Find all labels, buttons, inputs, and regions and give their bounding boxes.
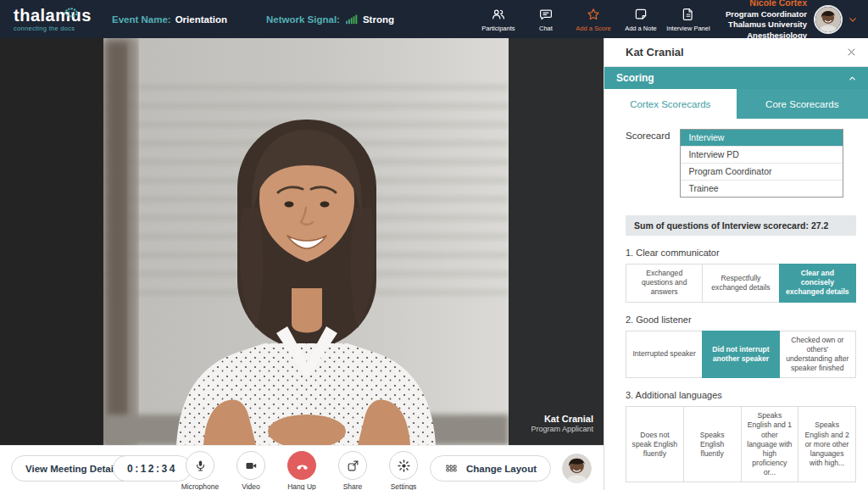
star-icon [586, 7, 601, 22]
thalamus-logo: thalamus connecting the docs [8, 7, 100, 32]
change-layout-label: Change Layout [466, 464, 537, 474]
share-button[interactable]: Share [328, 451, 377, 490]
network-signal-label: Network Signal: [266, 14, 340, 25]
change-layout-button[interactable]: Change Layout [430, 455, 551, 482]
event-name-label: Event Name: [112, 14, 171, 25]
participant-name-label: Kat Cranial Program Applicant [531, 413, 593, 435]
question-options-row: Interrupted speakerDid not interrupt ano… [626, 331, 856, 379]
microphone-button[interactable]: Microphone [175, 451, 225, 490]
layout-grid-icon [444, 461, 459, 476]
answer-option[interactable]: Exchanged questions and answers [626, 264, 703, 303]
answer-option[interactable]: Checked own or others' understanding aft… [779, 331, 856, 379]
user-name: Nicole Cortex [726, 0, 807, 9]
event-name-value: Orientation [175, 14, 227, 25]
answer-option[interactable]: Clear and concisely exchanged details [779, 264, 856, 303]
microphone-icon [186, 451, 214, 480]
chevron-up-icon [847, 73, 858, 84]
answer-option[interactable]: Does not speak English fluently [626, 406, 684, 482]
settings-button[interactable]: Settings [379, 451, 428, 490]
user-avatar[interactable] [814, 5, 843, 34]
scorecard-option-trainee[interactable]: Trainee [681, 181, 843, 197]
view-meeting-details-label: View Meeting Details [25, 464, 122, 474]
topbar-action-label: Chat [539, 25, 553, 32]
self-avatar[interactable] [562, 454, 592, 483]
answer-option[interactable]: Speaks English and 2 or more other langu… [798, 406, 856, 482]
note-icon [633, 7, 648, 22]
scorecard-row: Scorecard InterviewInterview PDProgram C… [626, 129, 856, 198]
scoring-section-header[interactable]: Scoring [604, 67, 868, 89]
topbar-action-label: Participants [481, 25, 515, 32]
topbar-action-label: Add a Score [576, 25, 610, 32]
scorecard-label: Scorecard [626, 129, 670, 198]
questions: 1. Clear communicatorExchanged questions… [626, 248, 856, 490]
answer-option[interactable]: Respectfully exchanged details [702, 264, 779, 303]
question-options-row: Does not speak English fluentlySpeaks En… [626, 406, 856, 482]
user-role: Program Coordinator [726, 9, 807, 19]
network-signal-field: Network Signal: Strong [266, 12, 394, 26]
video-button[interactable]: Video [226, 451, 275, 490]
answer-option[interactable]: Speaks English and 1 other language with… [741, 406, 799, 482]
user-info: Nicole Cortex Program Coordinator Thalam… [726, 0, 807, 41]
panel-title: Kat Cranial [626, 46, 684, 58]
control-label: Hang Up [287, 482, 316, 490]
logo-tagline: connecting the docs [14, 25, 100, 32]
tab-cortex-scorecards[interactable]: Cortex Scorecards [604, 89, 737, 119]
scoring-section-title: Scoring [616, 72, 654, 84]
question-label: 1. Clear communicator [626, 248, 856, 258]
participant-name: Kat Cranial [531, 413, 593, 425]
event-name-field: Event Name: Orientation [112, 14, 227, 25]
scorecard-option-interview[interactable]: Interview [681, 130, 843, 147]
call-controls: MicrophoneVideoHang UpShareSettings [175, 451, 428, 490]
bottom-bar: View Meeting Details 0:12:34 MicrophoneV… [0, 445, 604, 490]
hang-up-button[interactable]: Hang Up [277, 451, 326, 490]
settings-gear-icon [389, 451, 418, 480]
control-label: Settings [391, 482, 417, 490]
topbar-action-participants[interactable]: Participants [476, 7, 520, 32]
scorecard-option-interview-pd[interactable]: Interview PD [681, 147, 843, 164]
panel-body: Scorecard InterviewInterview PDProgram C… [604, 119, 868, 490]
user-org: Thalamus University [726, 19, 807, 30]
close-icon[interactable] [845, 46, 858, 58]
tab-core-scorecards[interactable]: Core Scorecards [737, 89, 868, 119]
network-signal-value: Strong [363, 14, 394, 25]
scorecard-option-program-coordinator[interactable]: Program Coordinator [681, 164, 843, 181]
hang-up-phone-icon [287, 451, 316, 480]
scoring-panel: Kat Cranial Scoring Cortex Scorecards Co… [604, 38, 868, 490]
signal-bars-icon [344, 12, 359, 26]
participant-video [103, 38, 509, 445]
topbar-action-label: Interview Panel [666, 25, 709, 32]
topbar-action-label: Add a Note [625, 25, 657, 32]
participants-icon [491, 7, 506, 22]
chat-icon [538, 7, 554, 22]
participant-video-tile: Kat Cranial Program Applicant [103, 38, 604, 445]
logo-title: thalamus [14, 7, 100, 24]
share-icon [338, 451, 367, 480]
participant-role: Program Applicant [531, 425, 593, 435]
topbar-actions: ParticipantsChatAdd a ScoreAdd a NoteInt… [476, 7, 710, 32]
control-label: Share [343, 482, 363, 490]
answer-option[interactable]: Speaks English fluently [683, 406, 742, 482]
topbar-action-add-a-score[interactable]: Add a Score [571, 7, 615, 32]
video-camera-icon [236, 451, 265, 480]
topbar-action-chat[interactable]: Chat [524, 7, 568, 32]
brain-icon [58, 6, 83, 19]
scorecard-tabs: Cortex Scorecards Core Scorecards [604, 89, 868, 119]
score-sum-bar: Sum of questions of Interview scorecard:… [626, 215, 856, 236]
answer-option[interactable]: Did not interrupt another speaker [702, 331, 779, 379]
question-label: 3. Additional languages [626, 390, 856, 400]
answer-option[interactable]: Interrupted speaker [626, 331, 703, 379]
control-label: Video [242, 482, 260, 490]
question-options-row: Exchanged questions and answersRespectfu… [626, 264, 856, 303]
scorecard-listbox: InterviewInterview PDProgram Coordinator… [680, 129, 843, 198]
question-label: 2. Good listener [626, 315, 856, 325]
video-stage: Kat Cranial Program Applicant [0, 38, 604, 445]
topbar-action-add-a-note[interactable]: Add a Note [619, 7, 663, 32]
control-label: Microphone [181, 482, 219, 490]
document-icon [681, 7, 696, 22]
chevron-down-icon[interactable] [846, 13, 860, 26]
topbar-action-interview-panel[interactable]: Interview Panel [666, 7, 710, 32]
top-bar: thalamus connecting the docs Event Name:… [0, 0, 868, 38]
panel-header: Kat Cranial [604, 38, 868, 67]
